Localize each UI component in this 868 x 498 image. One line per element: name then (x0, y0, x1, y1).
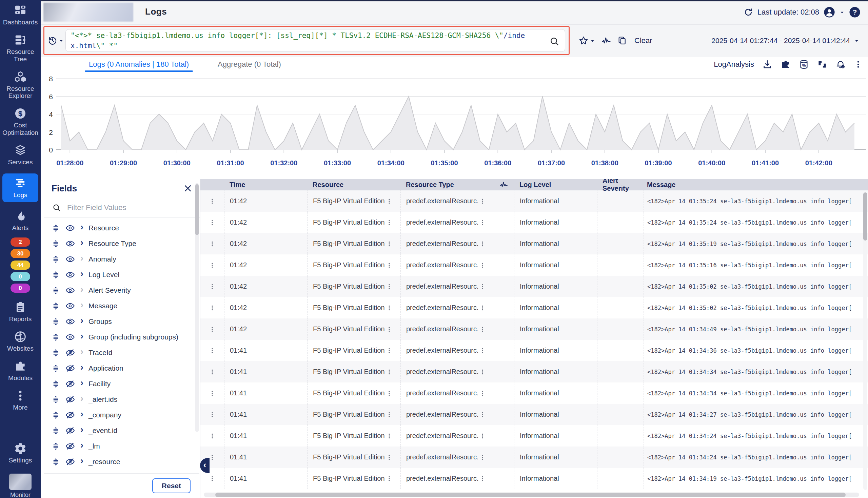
kebab-icon[interactable] (479, 368, 486, 376)
field-item-application[interactable]: ›Application (44, 361, 200, 376)
kebab-icon[interactable] (385, 240, 393, 248)
column-header-resource[interactable]: Resource (307, 181, 400, 189)
log-row[interactable]: 01:42F5 Big-IP Virtual Editionpredef.ext… (200, 297, 868, 318)
field-item-company[interactable]: ›_company (44, 407, 200, 423)
chevron-right-icon[interactable]: › (80, 301, 84, 310)
field-item-resource[interactable]: ›Resource (44, 220, 200, 236)
tab-aggregate[interactable]: Aggregate (0 Total) (218, 57, 281, 71)
drag-handle-icon[interactable] (52, 224, 60, 232)
chevron-right-icon[interactable]: › (80, 394, 84, 403)
kebab-icon[interactable] (479, 432, 486, 440)
copy-icon[interactable] (617, 36, 627, 45)
kebab-icon[interactable] (479, 347, 486, 354)
log-row[interactable]: 01:42F5 Big-IP Virtual Editionpredef.ext… (200, 191, 868, 212)
drag-handle-icon[interactable] (52, 255, 60, 264)
user-menu-caret-icon[interactable] (840, 10, 845, 15)
fields-scrollbar-thumb[interactable] (195, 184, 199, 235)
chevron-right-icon[interactable]: › (80, 378, 84, 388)
chevron-right-icon[interactable]: › (80, 285, 84, 294)
kebab-icon[interactable] (208, 219, 216, 226)
eye-slash-icon[interactable] (65, 457, 75, 467)
kebab-icon[interactable] (208, 262, 216, 269)
sidebar-item-resource-explorer[interactable]: Resource Explorer (0, 70, 41, 100)
log-row[interactable]: 01:41F5 Big-IP Virtual Editionpredef.ext… (200, 382, 868, 404)
field-item-groups[interactable]: ›Groups (44, 314, 200, 329)
refresh-icon[interactable] (743, 8, 753, 17)
drag-handle-icon[interactable] (52, 239, 60, 248)
sidebar-item-settings[interactable]: Settings (9, 442, 32, 464)
drag-handle-icon[interactable] (52, 302, 60, 310)
kebab-icon[interactable] (385, 262, 393, 269)
sidebar-item-logs[interactable]: Logs (2, 173, 38, 202)
sidebar-item-services[interactable]: Services (8, 144, 33, 166)
drag-handle-icon[interactable] (52, 411, 60, 419)
drag-handle-icon[interactable] (52, 364, 60, 373)
chevron-right-icon[interactable]: › (80, 269, 84, 278)
field-item-group-including-subgroups[interactable]: ›Group (including subgroups) (44, 329, 200, 345)
sidebar-item-alerts[interactable]: Alerts (12, 210, 29, 232)
log-volume-chart[interactable]: 0246801:28:0001:29:0001:30:0001:31:0001:… (41, 72, 868, 173)
log-row[interactable]: 01:41F5 Big-IP Virtual Editionpredef.ext… (200, 340, 868, 361)
log-volume-chart-svg[interactable]: 0246801:28:0001:29:0001:30:0001:31:0001:… (41, 72, 868, 173)
field-item-resource[interactable]: ›_resource (44, 454, 200, 470)
sidebar-item-dashboards[interactable]: Dashboards (3, 4, 38, 26)
eye-slash-icon[interactable] (65, 379, 75, 389)
drag-handle-icon[interactable] (52, 427, 60, 435)
chevron-right-icon[interactable]: › (80, 425, 84, 434)
eye-slash-icon[interactable] (65, 410, 75, 420)
kebab-icon[interactable] (208, 347, 216, 354)
sidebar-item-reports[interactable]: Reports (9, 301, 32, 323)
alert-bell-settings-icon[interactable] (835, 59, 846, 69)
drag-handle-icon[interactable] (52, 349, 60, 357)
user-avatar[interactable] (824, 6, 835, 18)
drag-handle-icon[interactable] (52, 271, 60, 279)
kebab-icon[interactable] (479, 283, 486, 290)
chevron-right-icon[interactable]: › (80, 441, 84, 450)
favorite-caret-icon[interactable] (590, 38, 595, 43)
tab-logs[interactable]: Logs (0 Anomalies | 180 Total) (89, 57, 189, 71)
kebab-icon[interactable] (208, 390, 216, 397)
kebab-icon[interactable] (208, 475, 216, 482)
log-row[interactable]: 01:42F5 Big-IP Virtual Editionpredef.ext… (200, 212, 868, 233)
eye-slash-icon[interactable] (65, 441, 75, 451)
query-history-icon[interactable] (48, 36, 58, 46)
sidebar-item-websites[interactable]: Websites (7, 330, 34, 352)
favorite-star-icon[interactable] (578, 36, 589, 46)
log-row[interactable]: 01:41F5 Big-IP Virtual Editionpredef.ext… (200, 425, 868, 446)
eye-icon[interactable] (65, 223, 75, 233)
chevron-right-icon[interactable]: › (80, 332, 84, 341)
kebab-icon[interactable] (208, 411, 216, 418)
clear-query-button[interactable]: Clear (634, 36, 652, 45)
log-row[interactable]: 01:41F5 Big-IP Virtual Editionpredef.ext… (200, 468, 868, 489)
kebab-icon[interactable] (208, 368, 216, 376)
kebab-icon[interactable] (479, 411, 486, 418)
table-vertical-scrollbar[interactable] (863, 192, 867, 490)
eye-icon[interactable] (65, 254, 75, 264)
log-row[interactable]: 01:41F5 Big-IP Virtual Editionpredef.ext… (200, 361, 868, 382)
eye-icon[interactable] (65, 238, 75, 249)
kebab-icon[interactable] (479, 262, 486, 269)
chevron-right-icon[interactable]: › (80, 363, 84, 372)
kebab-icon[interactable] (479, 326, 486, 333)
field-item-resource-type[interactable]: ›Resource Type (44, 236, 200, 251)
log-row[interactable]: 01:42F5 Big-IP Virtual Editionpredef.ext… (200, 233, 868, 254)
kebab-icon[interactable] (479, 304, 486, 312)
log-row[interactable]: 01:41F5 Big-IP Virtual Editionpredef.ext… (200, 404, 868, 425)
field-item-traceid[interactable]: ›TraceId (44, 345, 200, 361)
alert-count-badge[interactable]: 0 (11, 284, 30, 293)
kebab-icon[interactable] (208, 240, 216, 248)
kebab-icon[interactable] (385, 283, 393, 290)
alert-count-badge[interactable]: 0 (11, 272, 30, 281)
column-header-message[interactable]: Message (643, 181, 868, 189)
kebab-icon[interactable] (385, 326, 393, 333)
time-range-picker[interactable]: 2025-04-14 01:27:44 - 2025-04-14 01:42:4… (711, 24, 859, 57)
sidebar-item-modules[interactable]: Modules (8, 360, 33, 382)
chevron-right-icon[interactable]: › (80, 316, 84, 325)
search-icon[interactable] (549, 36, 560, 47)
drag-handle-icon[interactable] (52, 458, 60, 466)
query-text[interactable]: "<*>* se-la3-f5bigip1.lmdemo.us info log… (71, 30, 529, 51)
kebab-icon[interactable] (208, 304, 216, 312)
help-icon[interactable]: ? (849, 6, 860, 18)
kebab-icon[interactable] (479, 454, 486, 461)
field-item-log-level[interactable]: ›Log Level (44, 267, 200, 283)
